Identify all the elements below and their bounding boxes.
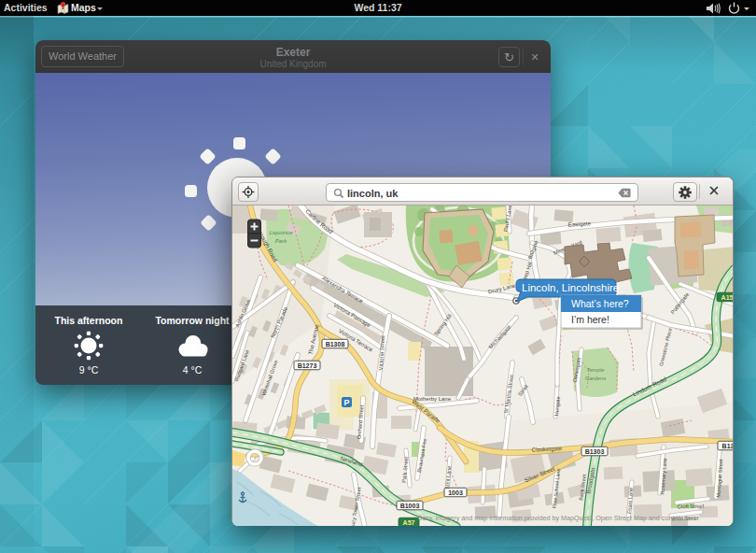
svg-text:Croft Street: Croft Street bbox=[678, 503, 705, 509]
svg-text:Data, imagery and map informat: Data, imagery and map information provid… bbox=[418, 514, 697, 522]
svg-text:B1003: B1003 bbox=[400, 503, 420, 509]
svg-text:Liquorice: Liquorice bbox=[269, 229, 293, 235]
svg-text:Lincoln, Lincolnshire: Lincoln, Lincolnshire bbox=[522, 282, 619, 293]
svg-text:B1308: B1308 bbox=[326, 341, 345, 347]
svg-text:B1273: B1273 bbox=[298, 362, 317, 369]
svg-text:1003: 1003 bbox=[448, 489, 463, 496]
svg-text:Temple: Temple bbox=[587, 367, 606, 373]
svg-text:Park: Park bbox=[275, 237, 288, 244]
svg-text:A15: A15 bbox=[721, 294, 733, 301]
svg-text:I’m here!: I’m here! bbox=[571, 314, 609, 325]
svg-text:What’s here?: What’s here? bbox=[571, 298, 629, 309]
svg-text:A57: A57 bbox=[403, 519, 415, 526]
svg-text:P: P bbox=[343, 398, 349, 407]
svg-text:Gardens: Gardens bbox=[585, 376, 606, 381]
svg-text:B1303: B1303 bbox=[585, 448, 605, 455]
svg-text:B13: B13 bbox=[722, 443, 733, 449]
